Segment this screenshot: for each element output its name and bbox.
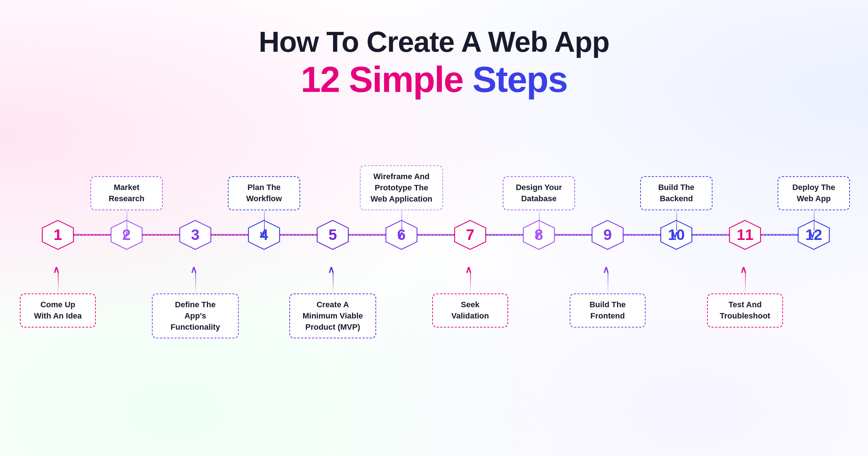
title-area: How To Create A Web App 12 Simple Steps — [259, 25, 609, 100]
step-number-7: 7 — [466, 226, 474, 244]
timeline-area: 1∧Come UpWith An Idea2∨MarketResearch3∧D… — [14, 122, 854, 357]
step-number-10: 10 — [668, 226, 685, 244]
label-below-9: Build TheFrontend — [570, 294, 646, 328]
step-number-2: 2 — [122, 226, 131, 244]
connector-below-3 — [195, 271, 196, 294]
dash-1 — [75, 234, 110, 235]
hexagon-7: 7 — [454, 220, 486, 250]
step-node-1: 1 — [42, 220, 74, 250]
step-node-5: 5 — [316, 220, 349, 250]
title-pink: 12 Simple — [301, 59, 463, 100]
dash-10 — [693, 234, 728, 235]
main-content: How To Create A Web App 12 Simple Steps … — [0, 0, 868, 456]
dash-6 — [418, 234, 453, 235]
step-number-5: 5 — [328, 226, 337, 244]
chevron-below-11: ∧ — [740, 264, 747, 275]
step-node-3: 3 — [179, 220, 212, 250]
chevron-below-5: ∧ — [328, 264, 335, 275]
step-number-8: 8 — [535, 226, 543, 244]
chevron-below-3: ∧ — [190, 264, 197, 275]
step-number-9: 9 — [603, 226, 612, 244]
dash-11 — [762, 234, 797, 235]
label-below-1: Come UpWith An Idea — [20, 294, 96, 328]
step-node-9: 9 — [591, 220, 624, 250]
step-number-3: 3 — [191, 226, 199, 244]
label-below-7: SeekValidation — [432, 294, 508, 328]
title-line1: How To Create A Web App — [259, 25, 609, 59]
dash-9 — [625, 234, 659, 235]
connector-below-7 — [470, 271, 471, 294]
label-above-4: Plan TheWorkflow — [228, 176, 300, 210]
step-number-11: 11 — [737, 226, 754, 244]
dash-4 — [281, 234, 316, 235]
connector-below-9 — [608, 271, 608, 294]
chevron-below-1: ∧ — [53, 264, 60, 275]
step-node-7: 7 — [454, 220, 486, 250]
step-node-11: 11 — [729, 220, 761, 250]
label-above-12: Deploy TheWeb App — [778, 176, 850, 210]
connector-below-5 — [333, 271, 333, 294]
hexagon-9: 9 — [591, 220, 624, 250]
label-above-10: Build TheBackend — [640, 176, 712, 210]
chevron-below-9: ∧ — [603, 264, 609, 275]
label-above-2: MarketResearch — [90, 176, 163, 210]
connector-below-1 — [58, 271, 59, 294]
step-number-12: 12 — [805, 226, 822, 244]
hexagon-1: 1 — [42, 220, 74, 250]
dash-5 — [350, 234, 384, 235]
dash-8 — [556, 234, 591, 235]
hexagon-5: 5 — [316, 220, 349, 250]
title-line2: 12 Simple Steps — [259, 59, 609, 100]
label-below-5: Create AMinimum ViableProduct (MVP) — [289, 294, 376, 338]
dash-2 — [144, 234, 178, 235]
hexagon-3: 3 — [179, 220, 212, 250]
step-number-4: 4 — [260, 226, 268, 244]
label-below-3: Define TheApp'sFunctionality — [152, 294, 239, 338]
title-blue: Steps — [472, 59, 567, 100]
step-number-6: 6 — [397, 226, 405, 244]
step-number-1: 1 — [54, 226, 62, 244]
hexagon-11: 11 — [729, 220, 761, 250]
label-above-6: Wireframe AndPrototype TheWeb Applicatio… — [360, 165, 443, 210]
connector-below-11 — [745, 271, 746, 294]
label-below-11: Test AndTroubleshoot — [707, 294, 783, 328]
dash-3 — [212, 234, 247, 235]
label-above-8: Design YourDatabase — [503, 176, 575, 210]
chevron-below-7: ∧ — [465, 264, 472, 275]
dash-7 — [487, 234, 522, 235]
